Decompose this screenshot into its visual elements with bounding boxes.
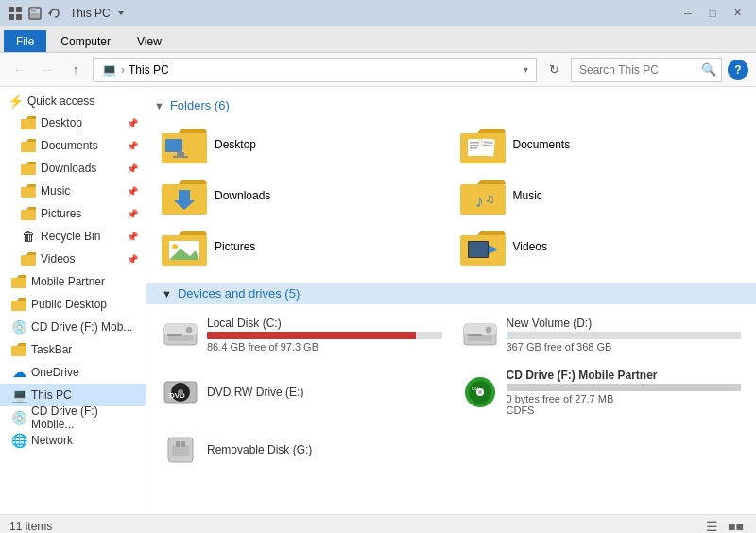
- tab-file[interactable]: File: [4, 30, 46, 52]
- drive-free-c: 86.4 GB free of 97.3 GB: [207, 341, 442, 352]
- breadcrumb[interactable]: 💻 › This PC ▾: [93, 58, 537, 82]
- help-button[interactable]: ?: [728, 60, 748, 80]
- onedrive-icon: ☁: [11, 365, 26, 380]
- svg-rect-31: [165, 139, 182, 152]
- details-view-button[interactable]: ☰: [703, 517, 721, 534]
- sidebar-item-music[interactable]: Music 📌: [0, 180, 146, 202]
- folder-item-videos[interactable]: Videos: [453, 222, 749, 271]
- save-icon[interactable]: [28, 7, 42, 20]
- sidebar-item-taskbar[interactable]: TaskBar: [0, 338, 146, 361]
- svg-point-63: [186, 327, 192, 333]
- sidebar-section-quick-access[interactable]: ⚡ Quick access: [0, 91, 146, 112]
- drive-free-f: 0 bytes free of 27.7 MB: [507, 393, 742, 404]
- videos-folder-icon: [21, 251, 36, 266]
- recycle-bin-icon: 🗑: [21, 229, 36, 244]
- sidebar-item-this-pc[interactable]: 💻 This PC: [0, 384, 146, 406]
- sidebar-item-recycle-bin[interactable]: 🗑 Recycle Bin 📌: [0, 225, 146, 248]
- drive-bar-f: [507, 384, 742, 391]
- sidebar-recycle-label: Recycle Bin: [41, 230, 100, 243]
- folder-item-desktop[interactable]: Desktop: [154, 120, 451, 169]
- devices-arrow-icon: ▼: [162, 288, 172, 300]
- svg-marker-8: [118, 11, 124, 15]
- svg-rect-81: [176, 441, 180, 447]
- svg-rect-82: [181, 441, 185, 447]
- folder-item-downloads[interactable]: Downloads: [154, 171, 451, 220]
- svg-rect-69: [467, 334, 482, 336]
- svg-rect-22: [11, 278, 26, 288]
- downloads-folder-icon: [162, 177, 207, 215]
- sidebar-mobile-label: Mobile Partner: [31, 275, 105, 288]
- drive-item-cd-f[interactable]: CD CD Drive (F:) Mobile Partner 0 bytes …: [454, 363, 749, 421]
- main-area: ⚡ Quick access Desktop 📌 Documents 📌 Dow…: [0, 87, 756, 514]
- drive-item-dvd-e[interactable]: DVD DVD RW Drive (E:): [154, 363, 450, 421]
- breadcrumb-arrow: ›: [121, 63, 125, 77]
- svg-marker-19: [26, 207, 36, 210]
- svg-rect-10: [21, 119, 27, 123]
- sidebar-music-label: Music: [41, 184, 70, 198]
- desktop-folder-icon: [162, 126, 207, 163]
- sidebar-this-pc-label: This PC: [31, 388, 72, 402]
- tab-computer[interactable]: Computer: [48, 30, 123, 52]
- drive-bar-wrapper-f: [507, 384, 742, 391]
- ribbon-tabs: File Computer View: [0, 26, 756, 52]
- search-icon[interactable]: 🔍: [701, 62, 716, 77]
- drive-item-vol-d[interactable]: New Volume (D:) 367 GB free of 368 GB: [454, 310, 749, 359]
- folder-item-pictures[interactable]: Pictures: [154, 222, 451, 271]
- desktop-folder-label: Desktop: [215, 138, 256, 151]
- svg-rect-37: [470, 142, 479, 144]
- sidebar-item-mobile-partner[interactable]: Mobile Partner: [0, 270, 146, 293]
- sidebar-item-cd-mobile[interactable]: 💿 CD Drive (F:) Mobile...: [0, 406, 146, 429]
- titlebar-icon: [8, 6, 23, 21]
- svg-rect-39: [470, 147, 477, 149]
- forward-button[interactable]: →: [36, 59, 59, 81]
- videos-folder-label: Videos: [513, 240, 547, 253]
- sidebar-onedrive-label: OneDrive: [31, 366, 79, 379]
- hdd-icon-d: [461, 316, 499, 353]
- up-button[interactable]: ↑: [64, 59, 87, 81]
- drive-free-d: 367 GB free of 368 GB: [507, 341, 742, 352]
- title-bar-controls: ─ □ ✕: [677, 4, 748, 23]
- folder-item-documents[interactable]: Documents: [453, 120, 749, 169]
- svg-rect-24: [11, 301, 26, 311]
- sidebar-item-onedrive[interactable]: ☁ OneDrive: [0, 361, 146, 384]
- sidebar-item-pictures[interactable]: Pictures 📌: [0, 202, 146, 225]
- sidebar-item-network[interactable]: 🌐 Network: [0, 429, 146, 452]
- breadcrumb-chevron: ▾: [524, 64, 528, 75]
- close-button[interactable]: ✕: [726, 4, 748, 23]
- folder-item-music[interactable]: ♪ ♫ Music: [453, 171, 749, 220]
- minimize-button[interactable]: ─: [677, 4, 699, 23]
- ribbon: File Computer View: [0, 26, 756, 53]
- sidebar-item-downloads[interactable]: Downloads 📌: [0, 157, 146, 180]
- documents-folder-label: Documents: [513, 138, 571, 151]
- music-folder-icon: ♪ ♫: [460, 177, 506, 215]
- drive-name-f: CD Drive (F:) Mobile Partner: [507, 369, 742, 382]
- status-bar: 11 items ☰ ■■: [0, 514, 756, 533]
- drive-item-removable-g[interactable]: Removable Disk (G:): [154, 425, 450, 474]
- back-button[interactable]: ←: [8, 59, 30, 81]
- refresh-button[interactable]: ↻: [542, 59, 565, 81]
- breadcrumb-pc-icon: 💻: [101, 62, 117, 77]
- sidebar-item-public-desktop[interactable]: Public Desktop: [0, 293, 146, 316]
- svg-marker-35: [477, 129, 506, 133]
- svg-marker-25: [17, 298, 26, 301]
- search-input[interactable]: [571, 58, 722, 82]
- drive-item-local-c[interactable]: Local Disk (C:) 86.4 GB free of 97.3 GB: [154, 310, 450, 359]
- sidebar-item-desktop[interactable]: Desktop 📌: [0, 112, 146, 134]
- content-area: ▼ Folders (6) Desktop: [146, 87, 756, 514]
- svg-marker-17: [26, 184, 36, 187]
- svg-marker-27: [17, 343, 26, 346]
- sidebar-item-videos[interactable]: Videos 📌: [0, 248, 146, 270]
- svg-marker-44: [179, 180, 207, 184]
- undo-icon[interactable]: [47, 7, 60, 20]
- sidebar-item-documents[interactable]: Documents 📌: [0, 134, 146, 157]
- sidebar-cd-mob-label: CD Drive (F:) Mob...: [31, 320, 132, 334]
- large-icons-view-button[interactable]: ■■: [725, 517, 747, 534]
- sidebar-item-cd-mob[interactable]: 💿 CD Drive (F:) Mob...: [0, 316, 146, 338]
- tab-view[interactable]: View: [125, 30, 174, 52]
- sidebar-pictures-label: Pictures: [41, 207, 81, 220]
- maximize-button[interactable]: □: [701, 4, 724, 23]
- devices-section-header: ▼ Devices and drives (5): [146, 283, 756, 304]
- svg-rect-6: [30, 13, 40, 18]
- drives-grid: Local Disk (C:) 86.4 GB free of 97.3 GB: [154, 310, 748, 474]
- title-dropdown-icon[interactable]: [116, 9, 126, 18]
